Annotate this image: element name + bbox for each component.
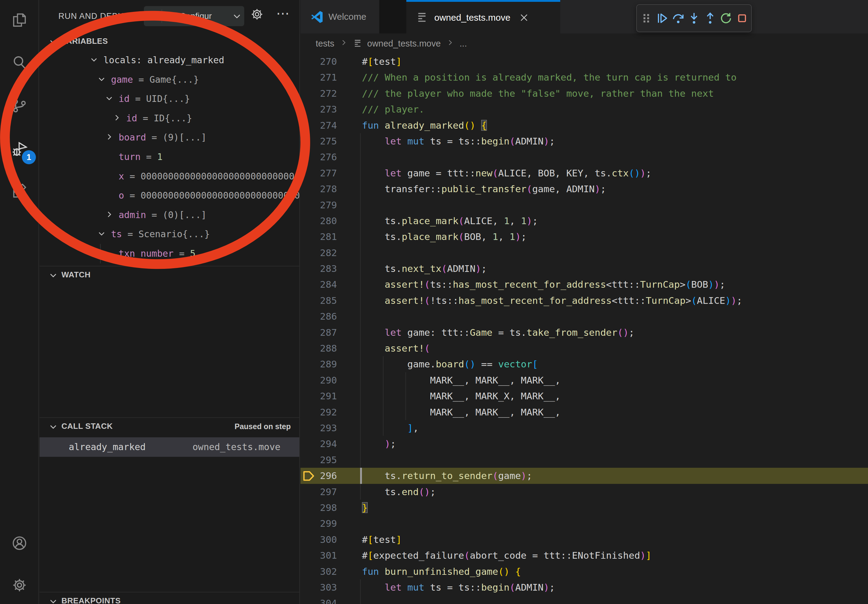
code-line[interactable]: 290 MARK__, MARK__, MARK__, bbox=[301, 372, 868, 388]
code-line[interactable]: 270#[test] bbox=[301, 54, 868, 69]
chevron-right-icon[interactable] bbox=[105, 210, 113, 221]
line-number[interactable]: 297 bbox=[301, 484, 337, 500]
variable-row[interactable]: x = 0000000000000000000000000000000000… bbox=[40, 167, 299, 186]
code-line[interactable]: 274fun already_marked() { bbox=[301, 118, 868, 133]
step-into-icon[interactable] bbox=[687, 12, 701, 25]
line-number[interactable]: 278 bbox=[301, 181, 337, 197]
chevron-down-icon[interactable] bbox=[90, 55, 98, 66]
chevron-down-icon[interactable] bbox=[97, 75, 106, 85]
code-line[interactable]: 278 transfer::public_transfer(game, ADMI… bbox=[301, 181, 868, 197]
code-line[interactable]: 286 bbox=[301, 308, 868, 324]
line-number[interactable]: 298 bbox=[301, 500, 337, 516]
chevron-right-icon[interactable] bbox=[105, 133, 113, 143]
line-number[interactable]: 294 bbox=[301, 436, 337, 452]
code-editor[interactable]: 270#[test]271/// When a position is alre… bbox=[301, 54, 868, 604]
line-number[interactable]: 301 bbox=[301, 547, 337, 563]
code-line[interactable]: 281 ts.place_mark(BOB, 1, 1); bbox=[301, 229, 868, 245]
code-line[interactable]: 302fun burn_unfinished_game() { bbox=[301, 564, 868, 579]
code-line[interactable]: 279 bbox=[301, 197, 868, 213]
restart-icon[interactable] bbox=[719, 12, 733, 25]
line-number[interactable]: 302 bbox=[301, 564, 337, 579]
extensions-icon[interactable] bbox=[12, 184, 27, 200]
line-number[interactable]: 274 bbox=[301, 118, 337, 133]
code-line[interactable]: 303 let mut ts = ts::begin(ADMIN); bbox=[301, 579, 868, 595]
code-line[interactable]: 271/// When a position is already marked… bbox=[301, 69, 868, 85]
code-line[interactable]: 273/// player. bbox=[301, 101, 868, 117]
variable-row[interactable]: game = Game{...} bbox=[40, 70, 299, 90]
variables-section-header[interactable]: VARIABLES bbox=[40, 33, 299, 50]
code-line[interactable]: 276 bbox=[301, 149, 868, 165]
line-number[interactable]: 288 bbox=[301, 340, 337, 356]
line-number[interactable]: 280 bbox=[301, 213, 337, 229]
line-number[interactable]: 277 bbox=[301, 165, 337, 181]
line-number[interactable]: 279 bbox=[301, 197, 337, 213]
line-number[interactable]: 282 bbox=[301, 245, 337, 261]
line-number[interactable]: 272 bbox=[301, 85, 337, 101]
code-line[interactable]: 280 ts.place_mark(ALICE, 1, 1); bbox=[301, 213, 868, 229]
line-number[interactable]: 284 bbox=[301, 276, 337, 292]
breakpoints-section-header[interactable]: BREAKPOINTS bbox=[40, 592, 299, 604]
start-debug-icon[interactable] bbox=[144, 9, 162, 23]
line-number[interactable]: 286 bbox=[301, 308, 337, 324]
code-line[interactable]: 285 assert!(!ts::has_most_recent_for_add… bbox=[301, 293, 868, 308]
watch-section-header[interactable]: WATCH bbox=[40, 266, 299, 283]
account-icon[interactable] bbox=[12, 535, 27, 551]
close-tab-icon[interactable] bbox=[519, 12, 529, 23]
code-line[interactable]: 297 ts.end(); bbox=[301, 484, 868, 500]
call-stack-section-header[interactable]: CALL STACK Paused on step bbox=[40, 418, 299, 435]
code-line[interactable]: 283 ts.next_tx(ADMIN); bbox=[301, 261, 868, 276]
line-number[interactable]: 271 bbox=[301, 69, 337, 85]
code-line[interactable]: 301#[expected_failure(abort_code = ttt::… bbox=[301, 547, 868, 563]
call-stack-frame[interactable]: already_marked owned_tests.move bbox=[40, 437, 299, 457]
line-number[interactable]: 291 bbox=[301, 388, 337, 404]
launch-config-dropdown[interactable]: No Configur bbox=[144, 6, 244, 26]
variable-row[interactable]: id = UID{...} bbox=[40, 89, 299, 108]
explorer-icon[interactable] bbox=[12, 12, 27, 28]
drag-handle-icon[interactable] bbox=[640, 12, 653, 25]
code-line[interactable]: 275 let mut ts = ts::begin(ADMIN); bbox=[301, 133, 868, 149]
line-number[interactable]: 273 bbox=[301, 101, 337, 117]
line-number[interactable]: 303 bbox=[301, 579, 337, 595]
code-line[interactable]: 300#[test] bbox=[301, 531, 868, 547]
source-control-icon[interactable] bbox=[12, 98, 27, 114]
chevron-right-icon[interactable] bbox=[113, 113, 121, 124]
line-number[interactable]: 304 bbox=[301, 595, 337, 604]
line-number[interactable]: 283 bbox=[301, 261, 337, 276]
line-number[interactable]: 300 bbox=[301, 531, 337, 547]
code-line[interactable]: 282 bbox=[301, 245, 868, 261]
continue-icon[interactable] bbox=[656, 12, 669, 25]
tab-welcome[interactable]: Welcome bbox=[301, 0, 379, 34]
line-number[interactable]: 287 bbox=[301, 325, 337, 340]
code-line[interactable]: 289 game.board() == vector[ bbox=[301, 356, 868, 372]
line-number[interactable]: 270 bbox=[301, 54, 337, 69]
variable-row[interactable]: turn = 1 bbox=[40, 147, 299, 167]
line-number[interactable]: 293 bbox=[301, 420, 337, 436]
breadcrumb-item-tests[interactable]: tests bbox=[316, 39, 334, 49]
variable-row[interactable]: board = (9)[...] bbox=[40, 128, 299, 147]
breadcrumb-item-file[interactable]: owned_tests.move bbox=[367, 39, 441, 49]
breadcrumb-item-symbol[interactable]: ... bbox=[460, 39, 467, 49]
code-line[interactable]: 287 let game: ttt::Game = ts.take_from_s… bbox=[301, 325, 868, 340]
line-number[interactable]: 292 bbox=[301, 404, 337, 420]
line-number[interactable]: 299 bbox=[301, 516, 337, 531]
code-line[interactable]: 294 ); bbox=[301, 436, 868, 452]
search-icon[interactable] bbox=[12, 55, 27, 71]
line-number[interactable]: 290 bbox=[301, 372, 337, 388]
variable-row[interactable]: locals: already_marked bbox=[40, 51, 299, 70]
line-number[interactable]: 289 bbox=[301, 356, 337, 372]
chevron-down-icon[interactable] bbox=[105, 94, 113, 105]
code-line[interactable]: 291 MARK__, MARK_X, MARK__, bbox=[301, 388, 868, 404]
tab-owned-tests-move[interactable]: owned_tests.move bbox=[406, 0, 560, 34]
code-line[interactable]: 298} bbox=[301, 500, 868, 516]
line-number[interactable]: 281 bbox=[301, 229, 337, 245]
line-number[interactable]: 295 bbox=[301, 452, 337, 468]
variable-row[interactable]: o = 0000000000000000000000000000000000… bbox=[40, 186, 299, 205]
code-line[interactable]: 295 bbox=[301, 452, 868, 468]
code-line[interactable]: 272/// the player who made the "false" m… bbox=[301, 85, 868, 101]
chevron-down-icon[interactable] bbox=[97, 229, 106, 240]
settings-gear-icon[interactable] bbox=[12, 577, 27, 593]
code-line[interactable]: 292 MARK__, MARK__, MARK__, bbox=[301, 404, 868, 420]
line-number[interactable]: 275 bbox=[301, 133, 337, 149]
code-line[interactable]: 288 assert!( bbox=[301, 340, 868, 356]
code-line[interactable]: 284 assert!(ts::has_most_recent_for_addr… bbox=[301, 276, 868, 292]
